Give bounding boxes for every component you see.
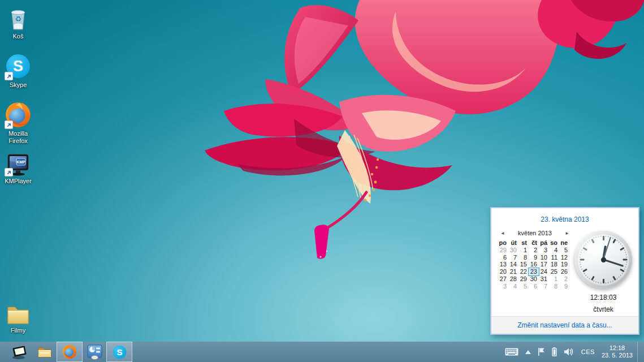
calendar-day[interactable]: 14 xyxy=(508,261,518,268)
shortcut-arrow-icon xyxy=(5,168,13,176)
calendar-day-header: ne xyxy=(559,239,569,247)
calendar-day[interactable]: 6 xyxy=(498,254,508,261)
calendar-day[interactable]: 5 xyxy=(518,283,529,290)
calendar-day-header: út xyxy=(508,239,518,247)
clock-tick xyxy=(625,252,626,253)
taskbar-control-panel-button[interactable] xyxy=(83,342,106,362)
clock-tick xyxy=(620,247,624,251)
calendar-day[interactable]: 2 xyxy=(529,247,539,254)
desktop-icon-filmy[interactable]: Filmy xyxy=(1,298,35,334)
calendar-day[interactable]: 28 xyxy=(508,275,518,283)
calendar-day[interactable]: 18 xyxy=(549,261,559,268)
clock-tick xyxy=(598,236,599,237)
calendar-day[interactable]: 2 xyxy=(559,275,569,283)
clock-face xyxy=(577,234,629,286)
popup-footer: Změnit nastavení data a času... xyxy=(491,316,638,334)
calendar-day[interactable]: 13 xyxy=(498,261,508,268)
calendar-day[interactable]: 27 xyxy=(498,275,508,283)
calendar-day[interactable]: 20 xyxy=(498,268,508,275)
clock-tick xyxy=(581,249,583,251)
calendar-day[interactable]: 17 xyxy=(539,261,549,268)
clock-tick xyxy=(595,236,597,238)
shortcut-arrow-icon xyxy=(5,120,13,129)
calendar-day[interactable]: 31 xyxy=(539,275,549,283)
clock-minute-hand xyxy=(603,259,624,267)
tray-clock[interactable]: 12:18 23. 5. 2013 xyxy=(599,344,637,359)
battery-icon[interactable] xyxy=(548,342,560,362)
taskbar-skype-button[interactable]: S xyxy=(106,342,132,362)
clock-tick xyxy=(582,247,587,251)
clock-tick xyxy=(612,239,616,243)
calendar-day[interactable]: 19 xyxy=(559,261,569,268)
calendar-day[interactable]: 29 xyxy=(518,275,529,283)
language-indicator[interactable]: CES xyxy=(577,342,599,362)
clock-tick xyxy=(585,243,587,245)
desktop-icon-firefox[interactable]: Mozilla Firefox xyxy=(1,101,35,145)
clock-tick xyxy=(626,261,627,262)
clock-tick xyxy=(610,281,612,283)
calendar-day[interactable]: 5 xyxy=(559,247,569,254)
calendar-day[interactable]: 24 xyxy=(539,268,549,275)
calendar-day[interactable]: 9 xyxy=(529,254,539,261)
show-desktop-button[interactable] xyxy=(637,342,642,362)
taskbar-firefox-button[interactable] xyxy=(57,342,83,362)
recycle-bin-icon: ♻ xyxy=(6,6,31,32)
calendar-day[interactable]: 12 xyxy=(559,254,569,261)
next-month-icon[interactable]: ► xyxy=(564,231,570,236)
prev-month-icon[interactable]: ◄ xyxy=(499,231,506,236)
taskbar-file-explorer-button[interactable] xyxy=(33,342,57,362)
show-hidden-icons-chevron-icon[interactable] xyxy=(522,342,534,362)
change-date-time-settings-link[interactable]: Změnit nastavení data a času... xyxy=(517,321,612,329)
clock-tick xyxy=(581,269,583,270)
calendar-day[interactable]: 1 xyxy=(518,247,529,254)
calendar-day-selected[interactable]: 23 xyxy=(529,268,539,275)
clock-tick xyxy=(600,236,602,237)
desktop-icon-label: Koš xyxy=(1,33,35,40)
clock-tick xyxy=(612,281,614,282)
clock-tick xyxy=(612,276,616,281)
calendar-day[interactable]: 7 xyxy=(508,254,518,261)
volume-icon[interactable] xyxy=(560,342,577,362)
svg-text:S: S xyxy=(13,58,23,75)
clock-tick xyxy=(618,276,620,278)
desktop-icon-skype[interactable]: S Skype xyxy=(1,52,35,89)
clock-tick xyxy=(607,282,608,283)
desktop-icon-label: KMPlayer xyxy=(1,178,35,185)
calendar-day[interactable]: 16 xyxy=(529,261,539,268)
calendar-day[interactable]: 11 xyxy=(549,254,559,261)
calendar-day[interactable]: 7 xyxy=(539,283,549,290)
desktop-icon-recycle-bin[interactable]: ♻ Koš xyxy=(1,3,35,40)
calendar-day[interactable]: 4 xyxy=(549,247,559,254)
calendar-day[interactable]: 8 xyxy=(549,283,559,290)
touch-keyboard-icon[interactable] xyxy=(502,342,522,362)
calendar-day[interactable]: 30 xyxy=(529,275,539,283)
desktop: ♻ Koš S Skype xyxy=(0,0,644,362)
calendar-day[interactable]: 25 xyxy=(549,268,559,275)
clock-tick xyxy=(620,274,621,276)
svg-text:♻: ♻ xyxy=(15,15,21,23)
calendar-day[interactable]: 21 xyxy=(508,268,518,275)
desktop-icon-kmplayer[interactable]: KMP KMPlayer xyxy=(1,148,35,185)
calendar-day-header: čt xyxy=(529,239,539,247)
clock-tick xyxy=(595,281,597,283)
calendar-day[interactable]: 22 xyxy=(518,268,529,275)
calendar-day[interactable]: 29 xyxy=(498,247,508,254)
calendar-day[interactable]: 9 xyxy=(559,283,569,290)
start-button[interactable] xyxy=(7,342,33,362)
calendar-day[interactable]: 10 xyxy=(539,254,549,261)
calendar-day[interactable]: 8 xyxy=(518,254,529,261)
action-center-flag-icon[interactable] xyxy=(534,342,548,362)
calendar-day[interactable]: 1 xyxy=(549,275,559,283)
calendar-day[interactable]: 26 xyxy=(559,268,569,275)
calendar-day[interactable]: 4 xyxy=(508,283,518,290)
digital-time: 12:18:03 xyxy=(572,294,635,301)
clock-tick xyxy=(623,259,627,261)
shortcut-arrow-icon xyxy=(5,72,13,80)
clock-tick xyxy=(593,281,595,282)
calendar-day[interactable]: 6 xyxy=(529,283,539,290)
calendar-day[interactable]: 30 xyxy=(508,247,518,254)
calendar-day[interactable]: 3 xyxy=(539,247,549,254)
clock-tick xyxy=(624,269,626,270)
calendar-day[interactable]: 15 xyxy=(518,261,529,268)
calendar-day[interactable]: 3 xyxy=(498,283,508,290)
